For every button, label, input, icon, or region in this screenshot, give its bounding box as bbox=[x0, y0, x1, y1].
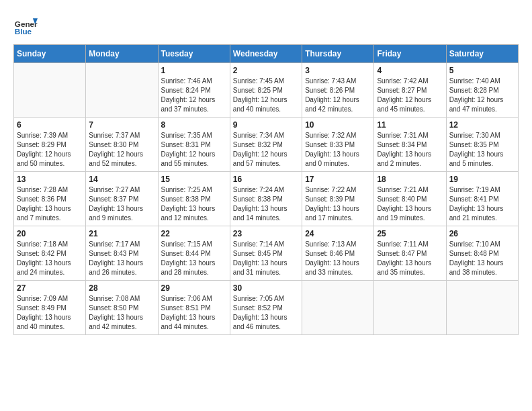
day-number: 9 bbox=[233, 120, 299, 130]
calendar-week-row: 27Sunrise: 7:09 AM Sunset: 8:49 PM Dayli… bbox=[14, 281, 519, 335]
day-info: Sunrise: 7:34 AM Sunset: 8:32 PM Dayligh… bbox=[233, 131, 299, 169]
calendar-cell: 16Sunrise: 7:24 AM Sunset: 8:38 PM Dayli… bbox=[230, 172, 302, 226]
day-info: Sunrise: 7:05 AM Sunset: 8:52 PM Dayligh… bbox=[233, 294, 299, 332]
day-info: Sunrise: 7:06 AM Sunset: 8:51 PM Dayligh… bbox=[161, 294, 227, 332]
day-info: Sunrise: 7:22 AM Sunset: 8:39 PM Dayligh… bbox=[305, 185, 371, 223]
day-number: 8 bbox=[161, 120, 227, 130]
day-header-sunday: Sunday bbox=[14, 45, 86, 63]
day-number: 10 bbox=[305, 120, 371, 130]
day-info: Sunrise: 7:09 AM Sunset: 8:49 PM Dayligh… bbox=[17, 294, 83, 332]
day-info: Sunrise: 7:14 AM Sunset: 8:45 PM Dayligh… bbox=[233, 240, 299, 277]
day-number: 27 bbox=[17, 283, 83, 293]
day-header-wednesday: Wednesday bbox=[230, 45, 302, 63]
day-info: Sunrise: 7:43 AM Sunset: 8:26 PM Dayligh… bbox=[305, 77, 371, 114]
calendar-cell: 24Sunrise: 7:13 AM Sunset: 8:46 PM Dayli… bbox=[302, 226, 374, 281]
day-info: Sunrise: 7:39 AM Sunset: 8:29 PM Dayligh… bbox=[17, 131, 83, 169]
day-info: Sunrise: 7:28 AM Sunset: 8:36 PM Dayligh… bbox=[17, 185, 83, 223]
calendar-cell: 5Sunrise: 7:40 AM Sunset: 8:28 PM Daylig… bbox=[446, 63, 518, 118]
day-number: 4 bbox=[377, 66, 443, 75]
calendar-cell bbox=[86, 63, 158, 118]
calendar-cell bbox=[14, 63, 86, 118]
day-number: 30 bbox=[233, 283, 299, 293]
calendar-cell: 9Sunrise: 7:34 AM Sunset: 8:32 PM Daylig… bbox=[230, 118, 302, 172]
calendar-cell: 19Sunrise: 7:19 AM Sunset: 8:41 PM Dayli… bbox=[446, 172, 518, 226]
day-number: 24 bbox=[305, 229, 371, 238]
day-number: 11 bbox=[377, 120, 443, 130]
day-number: 18 bbox=[377, 175, 443, 184]
day-info: Sunrise: 7:15 AM Sunset: 8:44 PM Dayligh… bbox=[161, 240, 227, 277]
day-number: 16 bbox=[233, 175, 299, 184]
calendar-cell: 30Sunrise: 7:05 AM Sunset: 8:52 PM Dayli… bbox=[230, 281, 302, 335]
calendar-week-row: 6Sunrise: 7:39 AM Sunset: 8:29 PM Daylig… bbox=[14, 118, 519, 172]
day-header-saturday: Saturday bbox=[446, 45, 518, 63]
logo: General Blue bbox=[13, 13, 38, 38]
day-number: 23 bbox=[233, 229, 299, 238]
logo-icon: General Blue bbox=[13, 13, 38, 38]
day-header-tuesday: Tuesday bbox=[158, 45, 230, 63]
day-number: 15 bbox=[161, 175, 227, 184]
day-info: Sunrise: 7:08 AM Sunset: 8:50 PM Dayligh… bbox=[89, 294, 154, 332]
calendar-cell: 8Sunrise: 7:35 AM Sunset: 8:31 PM Daylig… bbox=[158, 118, 230, 172]
day-number: 28 bbox=[89, 283, 154, 293]
calendar-cell: 3Sunrise: 7:43 AM Sunset: 8:26 PM Daylig… bbox=[302, 63, 374, 118]
calendar-cell: 28Sunrise: 7:08 AM Sunset: 8:50 PM Dayli… bbox=[86, 281, 158, 335]
day-number: 2 bbox=[233, 66, 299, 75]
calendar-cell: 26Sunrise: 7:10 AM Sunset: 8:48 PM Dayli… bbox=[446, 226, 518, 281]
day-info: Sunrise: 7:24 AM Sunset: 8:38 PM Dayligh… bbox=[233, 185, 299, 223]
calendar-week-row: 20Sunrise: 7:18 AM Sunset: 8:42 PM Dayli… bbox=[14, 226, 519, 281]
calendar-cell: 14Sunrise: 7:27 AM Sunset: 8:37 PM Dayli… bbox=[86, 172, 158, 226]
day-number: 25 bbox=[377, 229, 443, 238]
calendar-cell: 22Sunrise: 7:15 AM Sunset: 8:44 PM Dayli… bbox=[158, 226, 230, 281]
calendar-cell bbox=[302, 281, 374, 335]
day-number: 5 bbox=[449, 66, 515, 75]
day-number: 3 bbox=[305, 66, 371, 75]
day-info: Sunrise: 7:32 AM Sunset: 8:33 PM Dayligh… bbox=[305, 131, 371, 169]
day-header-monday: Monday bbox=[86, 45, 158, 63]
calendar-cell bbox=[374, 281, 446, 335]
day-number: 21 bbox=[89, 229, 154, 238]
calendar-cell: 7Sunrise: 7:37 AM Sunset: 8:30 PM Daylig… bbox=[86, 118, 158, 172]
calendar-cell: 15Sunrise: 7:25 AM Sunset: 8:38 PM Dayli… bbox=[158, 172, 230, 226]
calendar-week-row: 1Sunrise: 7:46 AM Sunset: 8:24 PM Daylig… bbox=[14, 63, 519, 118]
calendar-cell: 25Sunrise: 7:11 AM Sunset: 8:47 PM Dayli… bbox=[374, 226, 446, 281]
day-number: 14 bbox=[89, 175, 154, 184]
day-header-thursday: Thursday bbox=[302, 45, 374, 63]
calendar-cell: 10Sunrise: 7:32 AM Sunset: 8:33 PM Dayli… bbox=[302, 118, 374, 172]
day-info: Sunrise: 7:21 AM Sunset: 8:40 PM Dayligh… bbox=[377, 185, 443, 223]
day-number: 19 bbox=[449, 175, 515, 184]
day-info: Sunrise: 7:25 AM Sunset: 8:38 PM Dayligh… bbox=[161, 185, 227, 223]
day-number: 20 bbox=[17, 229, 83, 238]
day-number: 22 bbox=[161, 229, 227, 238]
day-info: Sunrise: 7:42 AM Sunset: 8:27 PM Dayligh… bbox=[377, 77, 443, 114]
day-number: 7 bbox=[89, 120, 154, 130]
day-info: Sunrise: 7:13 AM Sunset: 8:46 PM Dayligh… bbox=[305, 240, 371, 277]
day-info: Sunrise: 7:11 AM Sunset: 8:47 PM Dayligh… bbox=[377, 240, 443, 277]
day-number: 29 bbox=[161, 283, 227, 293]
calendar-cell: 1Sunrise: 7:46 AM Sunset: 8:24 PM Daylig… bbox=[158, 63, 230, 118]
day-info: Sunrise: 7:18 AM Sunset: 8:42 PM Dayligh… bbox=[17, 240, 83, 277]
calendar-cell: 13Sunrise: 7:28 AM Sunset: 8:36 PM Dayli… bbox=[14, 172, 86, 226]
day-info: Sunrise: 7:37 AM Sunset: 8:30 PM Dayligh… bbox=[89, 131, 154, 169]
calendar-cell: 29Sunrise: 7:06 AM Sunset: 8:51 PM Dayli… bbox=[158, 281, 230, 335]
day-info: Sunrise: 7:45 AM Sunset: 8:25 PM Dayligh… bbox=[233, 77, 299, 114]
day-info: Sunrise: 7:30 AM Sunset: 8:35 PM Dayligh… bbox=[449, 131, 515, 169]
calendar-cell: 6Sunrise: 7:39 AM Sunset: 8:29 PM Daylig… bbox=[14, 118, 86, 172]
day-info: Sunrise: 7:10 AM Sunset: 8:48 PM Dayligh… bbox=[449, 240, 515, 277]
day-header-friday: Friday bbox=[374, 45, 446, 63]
day-info: Sunrise: 7:17 AM Sunset: 8:43 PM Dayligh… bbox=[89, 240, 154, 277]
calendar-cell: 17Sunrise: 7:22 AM Sunset: 8:39 PM Dayli… bbox=[302, 172, 374, 226]
day-number: 1 bbox=[161, 66, 227, 75]
calendar-cell: 11Sunrise: 7:31 AM Sunset: 8:34 PM Dayli… bbox=[374, 118, 446, 172]
calendar-cell: 27Sunrise: 7:09 AM Sunset: 8:49 PM Dayli… bbox=[14, 281, 86, 335]
day-info: Sunrise: 7:40 AM Sunset: 8:28 PM Dayligh… bbox=[449, 77, 515, 114]
day-info: Sunrise: 7:35 AM Sunset: 8:31 PM Dayligh… bbox=[161, 131, 227, 169]
day-info: Sunrise: 7:31 AM Sunset: 8:34 PM Dayligh… bbox=[377, 131, 443, 169]
svg-text:Blue: Blue bbox=[15, 27, 32, 36]
calendar-cell: 2Sunrise: 7:45 AM Sunset: 8:25 PM Daylig… bbox=[230, 63, 302, 118]
calendar-cell: 4Sunrise: 7:42 AM Sunset: 8:27 PM Daylig… bbox=[374, 63, 446, 118]
calendar-header-row: SundayMondayTuesdayWednesdayThursdayFrid… bbox=[14, 45, 519, 63]
calendar-cell bbox=[446, 281, 518, 335]
day-info: Sunrise: 7:19 AM Sunset: 8:41 PM Dayligh… bbox=[449, 185, 515, 223]
calendar-cell: 23Sunrise: 7:14 AM Sunset: 8:45 PM Dayli… bbox=[230, 226, 302, 281]
calendar-cell: 21Sunrise: 7:17 AM Sunset: 8:43 PM Dayli… bbox=[86, 226, 158, 281]
